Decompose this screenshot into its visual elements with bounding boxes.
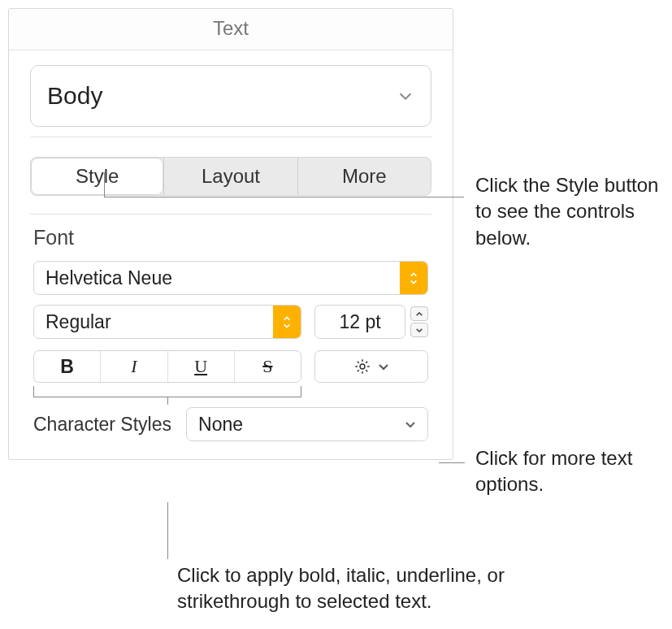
paragraph-style-value: Body <box>47 82 102 110</box>
character-styles-select[interactable]: None <box>186 407 428 441</box>
callout-leader <box>104 172 105 197</box>
tabs-row: Style Layout More <box>9 137 453 214</box>
italic-button[interactable]: I <box>101 351 167 382</box>
chevron-down-icon <box>378 362 389 371</box>
font-section: Helvetica Neue Regular 12 pt <box>9 256 453 459</box>
callout-bracket <box>33 386 301 397</box>
font-size-stepper <box>410 305 428 339</box>
font-family-value: Helvetica Neue <box>34 267 400 289</box>
paragraph-style-select[interactable]: Body <box>30 65 431 127</box>
font-family-select[interactable]: Helvetica Neue <box>33 261 428 295</box>
callout-leader <box>167 502 168 559</box>
chevron-down-icon <box>393 419 427 429</box>
callout-leader <box>104 197 464 197</box>
chevron-down-icon <box>415 328 423 333</box>
callout-leader <box>439 462 465 463</box>
character-styles-label: Character Styles <box>33 414 171 436</box>
popup-stepper-icon <box>273 306 301 338</box>
advanced-text-options-button[interactable] <box>314 350 428 383</box>
tab-more[interactable]: More <box>298 158 431 195</box>
text-format-panel: Text Body Style Layout More Font Helveti… <box>8 8 453 460</box>
popup-stepper-icon <box>400 262 427 294</box>
underline-button[interactable]: U <box>168 351 235 382</box>
font-section-label: Font <box>9 215 453 256</box>
character-styles-value: None <box>187 414 393 436</box>
panel-title: Text <box>9 9 453 50</box>
font-size-up-button[interactable] <box>410 306 428 321</box>
gear-icon <box>353 358 371 375</box>
font-typeface-select[interactable]: Regular <box>33 305 301 339</box>
bold-button[interactable]: B <box>34 351 101 382</box>
chevron-up-icon <box>415 311 423 317</box>
font-typeface-value: Regular <box>34 311 273 333</box>
font-size-field[interactable]: 12 pt <box>314 305 405 339</box>
callout-text: Click for more text options. <box>475 445 658 498</box>
paragraph-style-section: Body <box>9 50 453 137</box>
callout-text: Click the Style button to see the contro… <box>475 172 662 251</box>
format-tabs: Style Layout More <box>30 157 431 196</box>
tab-style[interactable]: Style <box>31 158 163 195</box>
callout-text: Click to apply bold, italic, underline, … <box>177 562 551 615</box>
chevron-down-icon <box>397 87 414 105</box>
font-size-control: 12 pt <box>314 305 428 339</box>
strikethrough-button[interactable]: S <box>235 351 301 382</box>
tab-layout[interactable]: Layout <box>164 158 297 195</box>
svg-point-0 <box>360 364 365 369</box>
font-size-down-button[interactable] <box>410 323 428 337</box>
text-style-group: B I U S <box>33 350 301 383</box>
